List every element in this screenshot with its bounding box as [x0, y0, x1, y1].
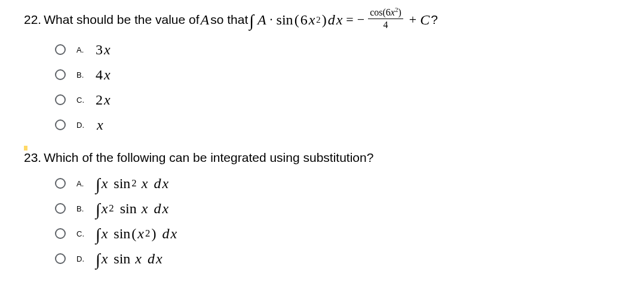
q22-frac-rp: )	[398, 7, 401, 17]
q22-option-d[interactable]: D. x	[55, 115, 644, 135]
q22-expr-A: A	[257, 12, 266, 28]
q22-six: 6	[300, 12, 308, 28]
q22-text-before: What should be the value of	[44, 13, 199, 27]
option-math: ∫ x sin ( x 2 ) d x	[96, 224, 177, 243]
sin: sin	[114, 176, 130, 192]
q22-x: x	[309, 12, 315, 28]
d: d	[162, 226, 169, 242]
q22-frac-num: cos(6x2)	[368, 7, 403, 19]
option-letter: A.	[76, 45, 85, 54]
x: x	[102, 176, 108, 192]
integral-icon: ∫	[249, 11, 254, 30]
radio-icon[interactable]	[55, 44, 66, 55]
x: x	[102, 251, 108, 267]
q22-option-b[interactable]: B. 4x	[55, 65, 644, 85]
q23-options: A. ∫ x sin 2 x d x B. ∫ x 2 sin	[24, 173, 644, 269]
option-letter: C.	[76, 96, 85, 105]
x: x	[142, 176, 148, 192]
q22-lpar: (	[295, 12, 299, 28]
integral-icon: ∫	[96, 175, 100, 194]
q23-option-a[interactable]: A. ∫ x sin 2 x d x	[55, 173, 644, 194]
radio-icon[interactable]	[55, 253, 66, 264]
option-math: x	[96, 117, 103, 133]
var: x	[104, 67, 111, 83]
x: x	[142, 201, 148, 217]
sin: sin	[114, 251, 130, 267]
d: d	[154, 201, 161, 217]
x: x	[102, 226, 108, 242]
q22-rpar: )	[322, 12, 327, 28]
integral-icon: ∫	[96, 200, 100, 219]
radio-icon[interactable]	[55, 203, 66, 214]
q22-frac-x: x	[391, 7, 395, 17]
sin: sin	[120, 201, 137, 217]
rp: )	[151, 226, 156, 242]
radio-icon[interactable]	[55, 178, 66, 189]
q22-plus: +	[409, 12, 416, 27]
d: d	[154, 176, 161, 192]
q22-A: A	[201, 12, 210, 28]
integral-icon: ∫	[96, 250, 100, 269]
q22-dot: ·	[270, 13, 273, 27]
highlight-bar	[24, 146, 27, 151]
q22-dx-d: d	[328, 12, 335, 28]
option-letter: A.	[76, 179, 85, 188]
q22-sin: sin	[277, 12, 293, 28]
d: d	[148, 251, 155, 267]
q22-option-a[interactable]: A. 3x	[55, 39, 644, 60]
q22-fraction: cos(6x2) 4	[368, 7, 403, 30]
radio-icon[interactable]	[55, 69, 66, 80]
x: x	[137, 226, 144, 242]
q22-minus: −	[357, 12, 364, 27]
option-math: 4x	[96, 67, 111, 83]
x: x	[162, 176, 168, 192]
q22-dx-x: x	[336, 12, 343, 28]
option-letter: B.	[76, 204, 85, 213]
question-22-text: 22. What should be the value of A so tha…	[24, 8, 644, 31]
var: x	[97, 117, 103, 133]
x: x	[170, 226, 177, 242]
q22-C: C	[420, 12, 430, 28]
x: x	[102, 201, 108, 217]
radio-icon[interactable]	[55, 94, 66, 105]
var: x	[104, 42, 111, 58]
q23-text: Which of the following can be integrated…	[44, 151, 373, 165]
q23-option-c[interactable]: C. ∫ x sin ( x 2 ) d x	[55, 223, 644, 244]
q22-equals: =	[346, 12, 353, 27]
coef: 4	[96, 67, 103, 83]
option-math: ∫ x 2 sin x d x	[96, 199, 168, 218]
option-math: 3x	[96, 42, 111, 58]
q23-option-d[interactable]: D. ∫ x sin x d x	[55, 248, 644, 269]
question-23: 23. Which of the following can be integr…	[24, 151, 644, 269]
x: x	[156, 251, 162, 267]
radio-icon[interactable]	[55, 119, 66, 130]
sin: sin	[114, 226, 130, 242]
option-math: 2x	[96, 92, 111, 108]
option-letter: C.	[76, 229, 85, 238]
q22-text-mid: so that	[210, 13, 248, 27]
q22-number: 22.	[24, 13, 41, 27]
question-22: 22. What should be the value of A so tha…	[24, 8, 644, 135]
option-math: ∫ x sin x d x	[96, 249, 162, 268]
x: x	[162, 201, 168, 217]
q22-frac-den: 4	[383, 19, 388, 30]
q23-option-b[interactable]: B. ∫ x 2 sin x d x	[55, 198, 644, 219]
question-23-text: 23. Which of the following can be integr…	[24, 151, 644, 165]
x: x	[135, 251, 142, 267]
radio-icon[interactable]	[55, 228, 66, 239]
q22-qmark: ?	[431, 13, 438, 27]
option-letter: B.	[76, 70, 85, 79]
q22-frac-cos: cos	[370, 7, 382, 17]
coef: 2	[96, 92, 103, 108]
coef: 3	[96, 42, 103, 58]
q22-option-c[interactable]: C. 2x	[55, 90, 644, 110]
integral-icon: ∫	[96, 225, 100, 244]
lp: (	[131, 226, 136, 242]
option-math: ∫ x sin 2 x d x	[96, 174, 168, 193]
q22-frac-6: 6	[386, 7, 391, 17]
var: x	[104, 92, 111, 108]
q22-options: A. 3x B. 4x C. 2x D. x	[24, 39, 644, 135]
option-letter: D.	[76, 254, 85, 263]
q23-number: 23.	[24, 151, 41, 165]
option-letter: D.	[76, 121, 85, 130]
